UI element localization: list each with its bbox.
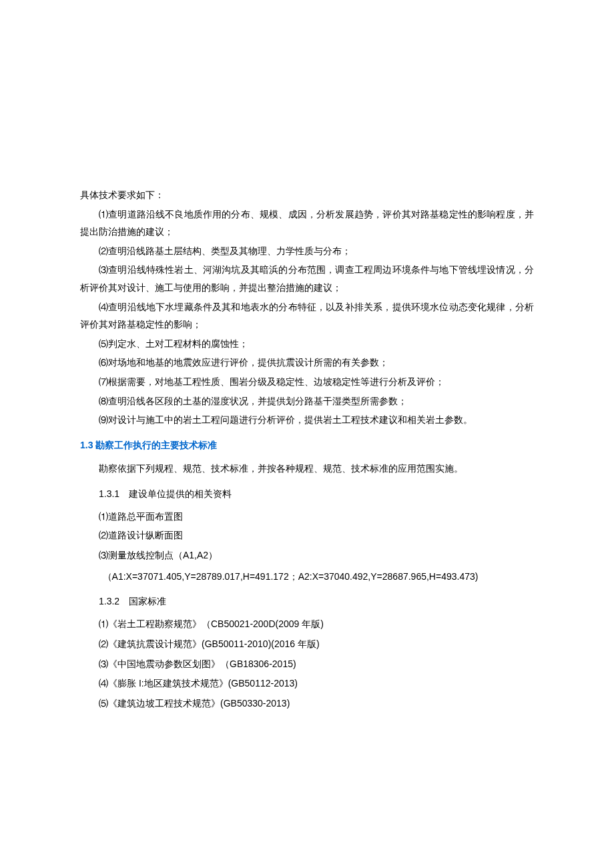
subsection-1-3-2-title: 1.3.2 国家标准: [80, 592, 534, 610]
material-item-1: ⑴道路总平面布置图: [80, 508, 534, 526]
section-1-3-intro: 勘察依据下列规程、规范、技术标准，并按各种规程、规范、技术标准的应用范围实施。: [80, 460, 534, 478]
standard-item-5: ⑸《建筑边坡工程技术规范》(GB50330-2013): [80, 695, 534, 713]
requirement-7: ⑺根据需要，对地基工程性质、围岩分级及稳定性、边坡稳定性等进行分析及评价；: [80, 374, 534, 392]
document-body: 具体技术要求如下： ⑴查明道路沿线不良地质作用的分布、规模、成因，分析发展趋势，…: [80, 187, 534, 712]
intro-line: 具体技术要求如下：: [80, 187, 534, 205]
material-item-2: ⑵道路设计纵断面图: [80, 527, 534, 545]
requirement-4: ⑷查明沿线地下水埋藏条件及其和地表水的分布特征，以及补排关系，提供环境水位动态变…: [80, 299, 534, 334]
standard-item-1: ⑴《岩土工程勘察规范》（CB50021-200D(2009 年版): [80, 615, 534, 633]
subsection-1-3-1-title: 1.3.1 建设单位提供的相关资料: [80, 485, 534, 503]
requirement-8: ⑻查明沿线各区段的土基的湿度状况，并提供划分路基干湿类型所需参数；: [80, 393, 534, 411]
requirement-2: ⑵查明沿线路基土层结构、类型及其物理、力学性质与分布；: [80, 243, 534, 261]
requirement-9: ⑼对设计与施工中的岩土工程问题进行分析评价，提供岩土工程技术建议和相关岩土参数。: [80, 412, 534, 430]
requirement-6: ⑹对场地和地基的地震效应进行评价，提供抗震设计所需的有关参数；: [80, 354, 534, 372]
standard-item-2: ⑵《建筑抗震设计规范》(GB50011-2010)(2016 年版): [80, 635, 534, 653]
requirement-5: ⑸判定水、土对工程材料的腐蚀性；: [80, 336, 534, 354]
requirement-3: ⑶查明沿线特殊性岩土、河湖沟坑及其暗浜的分布范围，调查工程周边环境条件与地下管线…: [80, 262, 534, 297]
standard-item-4: ⑷《膨胀 I:地区建筑技术规范》(GB50112-2013): [80, 675, 534, 693]
coordinate-line: （A1:X=37071.405,Y=28789.017,H=491.172；A2…: [80, 568, 534, 586]
section-1-3-title: 1.3 勘察工作执行的主要技术标准: [80, 436, 534, 454]
material-item-3: ⑶测量放线控制点（A1,A2）: [80, 546, 534, 564]
requirement-1: ⑴查明道路沿线不良地质作用的分布、规模、成因，分析发展趋势，评价其对路基稳定性的…: [80, 206, 534, 242]
standard-item-3: ⑶《中国地震动参数区划图》（GB18306-2015): [80, 655, 534, 673]
